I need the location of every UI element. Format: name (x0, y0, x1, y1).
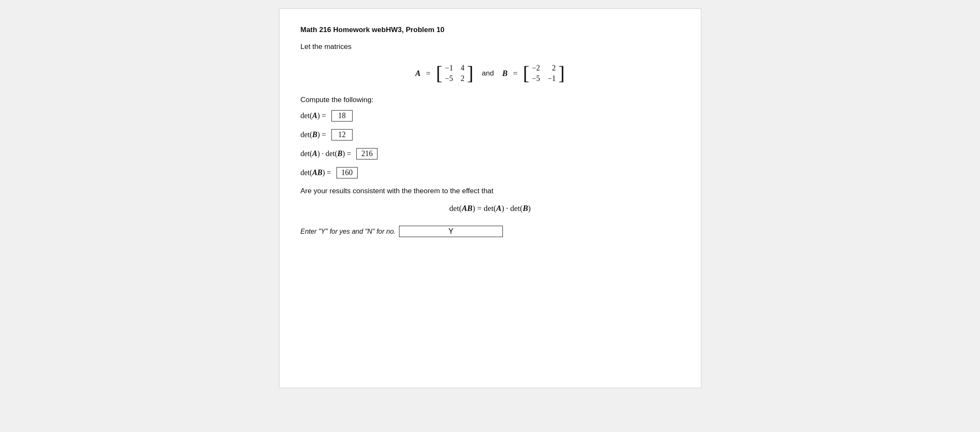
det-product-expr: det(A) · det(B) = (301, 149, 353, 158)
equals-b: = (511, 69, 519, 78)
bracket-left-b: [ (523, 64, 529, 83)
theorem-equation: det(AB) = det(A) · det(B) (301, 204, 680, 213)
cell-b-01: 2 (548, 64, 556, 73)
enter-instruction-text: Enter "Y" for yes and "N" for no. (301, 228, 396, 235)
theorem-eq-text: det(AB) = det(A) · det(B) (449, 204, 531, 213)
theorem-question: Are your results consistent with the the… (301, 187, 680, 195)
bracket-right-b: ] (558, 64, 565, 83)
enter-instruction: Enter "Y" for yes and "N" for no. (301, 226, 680, 237)
and-text: and (482, 69, 494, 78)
det-product-row: det(A) · det(B) = 216 (301, 148, 680, 159)
matrix-b-grid: −2 2 −5 −1 (529, 64, 558, 83)
cell-a-00: −1 (445, 64, 453, 73)
cell-a-01: 4 (461, 64, 464, 73)
det-b-row: det(B) = 12 (301, 129, 680, 140)
det-a-answer: 18 (331, 110, 353, 122)
matrix-a-label: A (415, 69, 421, 78)
matrix-display-row: A = [ −1 4 −5 2 ] and B = [ −2 2 −5 −1 ] (301, 64, 680, 83)
det-ab-row: det(AB) = 160 (301, 167, 680, 178)
cell-b-10: −5 (532, 74, 540, 83)
cell-b-00: −2 (532, 64, 540, 73)
compute-label: Compute the following: (301, 96, 680, 104)
det-ab-expr: det(AB) = (301, 168, 333, 177)
det-ab-answer: 160 (337, 167, 358, 178)
problem-title: Math 216 Homework webHW3, Problem 10 (301, 26, 680, 34)
det-b-answer: 12 (331, 129, 353, 140)
intro-text: Let the matrices (301, 43, 680, 51)
bracket-right-a: ] (467, 64, 473, 83)
matrix-b-container: [ −2 2 −5 −1 ] (523, 64, 565, 83)
det-product-answer: 216 (356, 148, 377, 159)
bracket-left-a: [ (436, 64, 442, 83)
cell-a-11: 2 (461, 74, 464, 83)
matrix-a-grid: −1 4 −5 2 (442, 64, 467, 83)
page-container: Math 216 Homework webHW3, Problem 10 Let… (279, 8, 701, 388)
det-a-row: det(A) = 18 (301, 110, 680, 122)
det-b-expr: det(B) = (301, 130, 328, 139)
det-a-expr: det(A) = (301, 111, 328, 120)
cell-a-10: −5 (445, 74, 453, 83)
matrix-b-label: B (502, 69, 508, 78)
compute-section: Compute the following: det(A) = 18 det(B… (301, 96, 680, 178)
matrix-a-container: [ −1 4 −5 2 ] (436, 64, 473, 83)
equals-a: = (424, 69, 432, 78)
cell-b-11: −1 (548, 74, 556, 83)
yes-no-input[interactable] (399, 226, 503, 237)
